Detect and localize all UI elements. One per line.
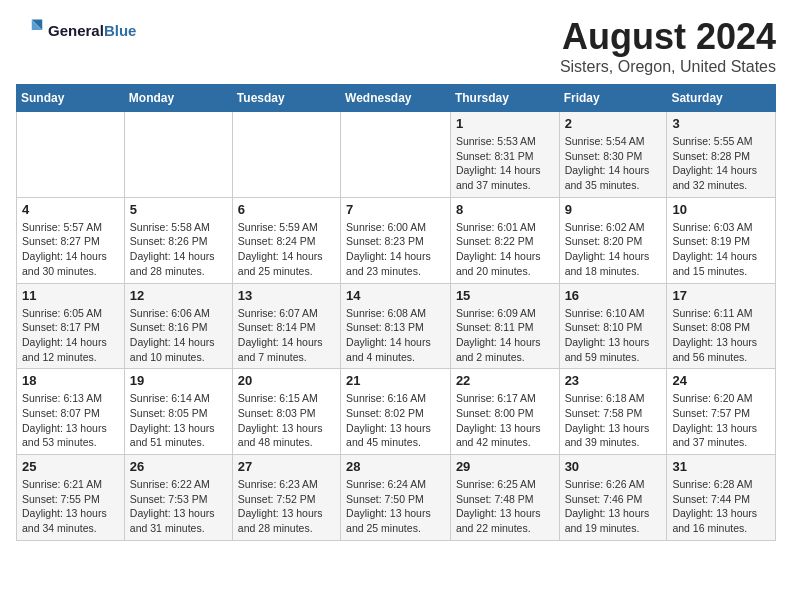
calendar-cell: 2Sunrise: 5:54 AM Sunset: 8:30 PM Daylig… (559, 112, 667, 198)
day-info: Sunrise: 6:09 AM Sunset: 8:11 PM Dayligh… (456, 306, 554, 365)
day-info: Sunrise: 6:05 AM Sunset: 8:17 PM Dayligh… (22, 306, 119, 365)
calendar-cell: 18Sunrise: 6:13 AM Sunset: 8:07 PM Dayli… (17, 369, 125, 455)
day-info: Sunrise: 6:23 AM Sunset: 7:52 PM Dayligh… (238, 477, 335, 536)
page-header: GeneralBlue August 2024 Sisters, Oregon,… (16, 16, 776, 76)
calendar-title-section: August 2024 Sisters, Oregon, United Stat… (560, 16, 776, 76)
day-number: 2 (565, 116, 662, 131)
calendar-cell (124, 112, 232, 198)
weekday-header: Friday (559, 85, 667, 112)
day-info: Sunrise: 6:16 AM Sunset: 8:02 PM Dayligh… (346, 391, 445, 450)
weekday-header: Wednesday (341, 85, 451, 112)
day-number: 6 (238, 202, 335, 217)
calendar-cell: 13Sunrise: 6:07 AM Sunset: 8:14 PM Dayli… (232, 283, 340, 369)
day-info: Sunrise: 6:07 AM Sunset: 8:14 PM Dayligh… (238, 306, 335, 365)
calendar-cell (232, 112, 340, 198)
calendar-cell: 23Sunrise: 6:18 AM Sunset: 7:58 PM Dayli… (559, 369, 667, 455)
day-info: Sunrise: 6:28 AM Sunset: 7:44 PM Dayligh… (672, 477, 770, 536)
calendar-week-row: 25Sunrise: 6:21 AM Sunset: 7:55 PM Dayli… (17, 455, 776, 541)
calendar-cell: 9Sunrise: 6:02 AM Sunset: 8:20 PM Daylig… (559, 197, 667, 283)
calendar-cell: 21Sunrise: 6:16 AM Sunset: 8:02 PM Dayli… (341, 369, 451, 455)
day-number: 12 (130, 288, 227, 303)
calendar-table: SundayMondayTuesdayWednesdayThursdayFrid… (16, 84, 776, 541)
calendar-cell: 1Sunrise: 5:53 AM Sunset: 8:31 PM Daylig… (450, 112, 559, 198)
day-number: 20 (238, 373, 335, 388)
calendar-cell: 16Sunrise: 6:10 AM Sunset: 8:10 PM Dayli… (559, 283, 667, 369)
day-number: 18 (22, 373, 119, 388)
weekday-header: Sunday (17, 85, 125, 112)
day-number: 21 (346, 373, 445, 388)
day-number: 15 (456, 288, 554, 303)
day-number: 19 (130, 373, 227, 388)
weekday-header: Saturday (667, 85, 776, 112)
calendar-cell: 4Sunrise: 5:57 AM Sunset: 8:27 PM Daylig… (17, 197, 125, 283)
day-number: 27 (238, 459, 335, 474)
calendar-cell: 27Sunrise: 6:23 AM Sunset: 7:52 PM Dayli… (232, 455, 340, 541)
calendar-cell: 28Sunrise: 6:24 AM Sunset: 7:50 PM Dayli… (341, 455, 451, 541)
calendar-cell: 3Sunrise: 5:55 AM Sunset: 8:28 PM Daylig… (667, 112, 776, 198)
calendar-cell: 15Sunrise: 6:09 AM Sunset: 8:11 PM Dayli… (450, 283, 559, 369)
day-info: Sunrise: 5:55 AM Sunset: 8:28 PM Dayligh… (672, 134, 770, 193)
day-number: 3 (672, 116, 770, 131)
logo-text: GeneralBlue (48, 22, 136, 39)
day-info: Sunrise: 6:03 AM Sunset: 8:19 PM Dayligh… (672, 220, 770, 279)
calendar-cell: 22Sunrise: 6:17 AM Sunset: 8:00 PM Dayli… (450, 369, 559, 455)
day-number: 9 (565, 202, 662, 217)
day-number: 30 (565, 459, 662, 474)
day-number: 11 (22, 288, 119, 303)
calendar-week-row: 4Sunrise: 5:57 AM Sunset: 8:27 PM Daylig… (17, 197, 776, 283)
calendar-cell: 7Sunrise: 6:00 AM Sunset: 8:23 PM Daylig… (341, 197, 451, 283)
day-info: Sunrise: 6:11 AM Sunset: 8:08 PM Dayligh… (672, 306, 770, 365)
calendar-cell (17, 112, 125, 198)
day-info: Sunrise: 6:26 AM Sunset: 7:46 PM Dayligh… (565, 477, 662, 536)
calendar-cell: 26Sunrise: 6:22 AM Sunset: 7:53 PM Dayli… (124, 455, 232, 541)
day-info: Sunrise: 6:02 AM Sunset: 8:20 PM Dayligh… (565, 220, 662, 279)
calendar-cell: 30Sunrise: 6:26 AM Sunset: 7:46 PM Dayli… (559, 455, 667, 541)
calendar-subtitle: Sisters, Oregon, United States (560, 58, 776, 76)
calendar-cell: 17Sunrise: 6:11 AM Sunset: 8:08 PM Dayli… (667, 283, 776, 369)
day-number: 31 (672, 459, 770, 474)
day-info: Sunrise: 6:06 AM Sunset: 8:16 PM Dayligh… (130, 306, 227, 365)
logo: GeneralBlue (16, 16, 136, 44)
day-info: Sunrise: 5:54 AM Sunset: 8:30 PM Dayligh… (565, 134, 662, 193)
calendar-week-row: 18Sunrise: 6:13 AM Sunset: 8:07 PM Dayli… (17, 369, 776, 455)
weekday-header: Thursday (450, 85, 559, 112)
day-number: 4 (22, 202, 119, 217)
day-info: Sunrise: 6:00 AM Sunset: 8:23 PM Dayligh… (346, 220, 445, 279)
calendar-cell (341, 112, 451, 198)
day-number: 1 (456, 116, 554, 131)
day-number: 25 (22, 459, 119, 474)
day-number: 8 (456, 202, 554, 217)
logo-icon (16, 16, 44, 44)
calendar-cell: 20Sunrise: 6:15 AM Sunset: 8:03 PM Dayli… (232, 369, 340, 455)
day-number: 16 (565, 288, 662, 303)
calendar-cell: 25Sunrise: 6:21 AM Sunset: 7:55 PM Dayli… (17, 455, 125, 541)
day-info: Sunrise: 5:59 AM Sunset: 8:24 PM Dayligh… (238, 220, 335, 279)
day-info: Sunrise: 5:57 AM Sunset: 8:27 PM Dayligh… (22, 220, 119, 279)
day-info: Sunrise: 6:10 AM Sunset: 8:10 PM Dayligh… (565, 306, 662, 365)
day-info: Sunrise: 5:53 AM Sunset: 8:31 PM Dayligh… (456, 134, 554, 193)
day-number: 22 (456, 373, 554, 388)
weekday-header: Monday (124, 85, 232, 112)
day-number: 24 (672, 373, 770, 388)
day-info: Sunrise: 6:18 AM Sunset: 7:58 PM Dayligh… (565, 391, 662, 450)
calendar-cell: 10Sunrise: 6:03 AM Sunset: 8:19 PM Dayli… (667, 197, 776, 283)
day-number: 13 (238, 288, 335, 303)
day-number: 23 (565, 373, 662, 388)
day-info: Sunrise: 6:20 AM Sunset: 7:57 PM Dayligh… (672, 391, 770, 450)
day-info: Sunrise: 6:24 AM Sunset: 7:50 PM Dayligh… (346, 477, 445, 536)
weekday-header-row: SundayMondayTuesdayWednesdayThursdayFrid… (17, 85, 776, 112)
calendar-cell: 5Sunrise: 5:58 AM Sunset: 8:26 PM Daylig… (124, 197, 232, 283)
calendar-week-row: 1Sunrise: 5:53 AM Sunset: 8:31 PM Daylig… (17, 112, 776, 198)
day-number: 28 (346, 459, 445, 474)
calendar-cell: 11Sunrise: 6:05 AM Sunset: 8:17 PM Dayli… (17, 283, 125, 369)
day-info: Sunrise: 6:08 AM Sunset: 8:13 PM Dayligh… (346, 306, 445, 365)
calendar-cell: 19Sunrise: 6:14 AM Sunset: 8:05 PM Dayli… (124, 369, 232, 455)
calendar-cell: 29Sunrise: 6:25 AM Sunset: 7:48 PM Dayli… (450, 455, 559, 541)
calendar-title: August 2024 (560, 16, 776, 58)
day-info: Sunrise: 6:14 AM Sunset: 8:05 PM Dayligh… (130, 391, 227, 450)
day-number: 10 (672, 202, 770, 217)
calendar-cell: 8Sunrise: 6:01 AM Sunset: 8:22 PM Daylig… (450, 197, 559, 283)
day-number: 17 (672, 288, 770, 303)
calendar-week-row: 11Sunrise: 6:05 AM Sunset: 8:17 PM Dayli… (17, 283, 776, 369)
day-info: Sunrise: 6:01 AM Sunset: 8:22 PM Dayligh… (456, 220, 554, 279)
